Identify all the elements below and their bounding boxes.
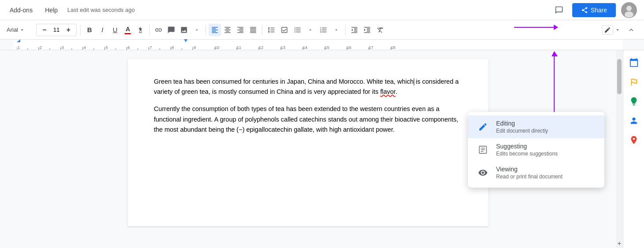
text-color-btn[interactable]: A — [121, 24, 134, 36]
align-center-btn[interactable] — [221, 24, 234, 36]
bold-btn[interactable]: B — [83, 24, 96, 36]
ruler: 1 2 3 4 5 6 7 8 9 10 11 — [0, 40, 644, 50]
edit-mode-dropdown: Editing Edit document directly Suggestin… — [468, 112, 604, 188]
decrease-font-btn[interactable]: − — [38, 24, 51, 36]
divider-4 — [262, 25, 262, 35]
align-justify-btn[interactable] — [247, 24, 259, 36]
menu-right: Share — [551, 2, 637, 18]
svg-marker-48 — [17, 39, 20, 42]
menu-left: Add-ons Help Last edit was seconds ago — [7, 5, 135, 15]
clear-format-btn[interactable] — [374, 24, 386, 36]
edit-mode-dropdown-btn[interactable] — [613, 24, 622, 36]
svg-text:16: 16 — [347, 45, 351, 50]
link-btn[interactable] — [152, 24, 165, 36]
svg-point-2 — [625, 11, 633, 18]
viewing-text: Viewing Read or print final document — [496, 166, 563, 180]
dropdown-editing-item[interactable]: Editing Edit document directly — [468, 115, 604, 138]
highlight-btn[interactable] — [134, 24, 147, 36]
align-left-btn[interactable] — [209, 24, 221, 36]
comment-button[interactable] — [551, 2, 567, 18]
edit-mode-group — [601, 24, 622, 36]
image-dropdown-btn[interactable] — [191, 24, 203, 36]
sidebar-contacts-btn[interactable] — [625, 112, 643, 130]
suggesting-desc: Edits become suggestions — [496, 151, 558, 157]
toolbar: Arial − 11 + B I U A — [0, 20, 644, 40]
line-spacing-btn[interactable] — [265, 24, 277, 36]
dropdown-viewing-item[interactable]: Viewing Read or print final document — [468, 161, 604, 184]
checklist-btn[interactable] — [278, 24, 291, 36]
doc-page[interactable]: Green tea has been consumed for centurie… — [128, 59, 489, 226]
svg-marker-47 — [184, 39, 188, 42]
viewing-title: Viewing — [496, 166, 563, 173]
viewing-icon — [477, 167, 489, 179]
svg-text:12: 12 — [259, 45, 263, 50]
insert-group — [152, 24, 203, 36]
right-sidebar — [623, 50, 644, 248]
italic-btn[interactable]: I — [96, 24, 108, 36]
scrollbar-plus-btn[interactable]: + — [616, 239, 623, 248]
svg-text:14: 14 — [303, 45, 307, 50]
svg-text:15: 15 — [325, 45, 329, 50]
svg-text:3: 3 — [62, 45, 64, 50]
suggesting-text: Suggesting Edits become suggestions — [496, 143, 558, 157]
svg-text:6: 6 — [128, 45, 130, 50]
flavor-word: flavor — [380, 88, 396, 95]
image-btn[interactable] — [178, 24, 190, 36]
font-name-selector[interactable]: Arial — [4, 25, 34, 34]
collapse-toolbar-btn[interactable] — [627, 26, 635, 34]
dropdown-suggesting-item[interactable]: Suggesting Edits become suggestions — [468, 138, 604, 161]
increase-indent-btn[interactable] — [361, 24, 373, 36]
suggesting-title: Suggesting — [496, 143, 558, 150]
user-avatar[interactable] — [621, 2, 637, 18]
editing-text: Editing Edit document directly — [496, 120, 548, 134]
scrollbar-thumb[interactable] — [617, 59, 622, 94]
svg-text:2: 2 — [40, 45, 42, 50]
svg-text:13: 13 — [281, 45, 285, 50]
svg-text:4: 4 — [84, 45, 86, 50]
underline-btn[interactable]: U — [109, 24, 121, 36]
last-edit-label[interactable]: Last edit was seconds ago — [67, 7, 135, 13]
indent-group — [348, 24, 373, 36]
doc-text: Green tea has been consumed for centurie… — [154, 77, 462, 135]
svg-text:18: 18 — [391, 45, 395, 50]
text-format-group: B I U A — [83, 24, 147, 36]
share-label: Share — [591, 7, 607, 14]
svg-text:5: 5 — [106, 45, 108, 50]
svg-text:11: 11 — [237, 45, 241, 50]
scrollbar[interactable]: + — [616, 50, 623, 248]
divider-3 — [206, 25, 206, 35]
decrease-indent-btn[interactable] — [348, 24, 361, 36]
edit-mode-btn[interactable] — [602, 25, 613, 35]
menu-bar: Add-ons Help Last edit was seconds ago S… — [0, 0, 644, 20]
svg-text:17: 17 — [369, 45, 373, 50]
ruler-content: 1 2 3 4 5 6 7 8 9 10 11 — [13, 40, 622, 50]
numbered-list-group — [317, 24, 342, 36]
numbered-list-dropdown-btn[interactable] — [330, 24, 342, 36]
sidebar-calendar-btn[interactable] — [625, 54, 643, 71]
sidebar-tasks-btn[interactable] — [625, 73, 643, 91]
divider-2 — [149, 25, 150, 35]
align-right-btn[interactable] — [234, 24, 247, 36]
svg-point-1 — [626, 6, 632, 11]
editing-desc: Edit document directly — [496, 128, 548, 134]
editing-title: Editing — [496, 120, 548, 127]
menu-addons[interactable]: Add-ons — [7, 5, 35, 15]
numbered-list-btn[interactable] — [317, 24, 330, 36]
comment-insert-btn[interactable] — [165, 24, 177, 36]
font-name-label: Arial — [7, 26, 18, 33]
paragraph-2: Currently the consumption of both types … — [154, 104, 462, 135]
svg-text:1: 1 — [18, 45, 20, 50]
sidebar-maps-btn[interactable] — [625, 131, 643, 149]
viewing-desc: Read or print final document — [496, 174, 563, 180]
paragraph-1: Green tea has been consumed for centurie… — [154, 77, 462, 97]
menu-help[interactable]: Help — [42, 5, 60, 15]
font-size-value[interactable]: 11 — [52, 26, 61, 33]
svg-text:8: 8 — [172, 45, 174, 50]
bullet-list-btn[interactable] — [291, 24, 304, 36]
font-size-group: − 11 + — [36, 24, 77, 36]
arrow-annotation-h — [514, 25, 558, 30]
share-button[interactable]: Share — [572, 3, 616, 17]
sidebar-keep-btn[interactable] — [625, 93, 643, 110]
increase-font-btn[interactable]: + — [62, 24, 74, 36]
bullet-list-dropdown-btn[interactable] — [304, 24, 316, 36]
